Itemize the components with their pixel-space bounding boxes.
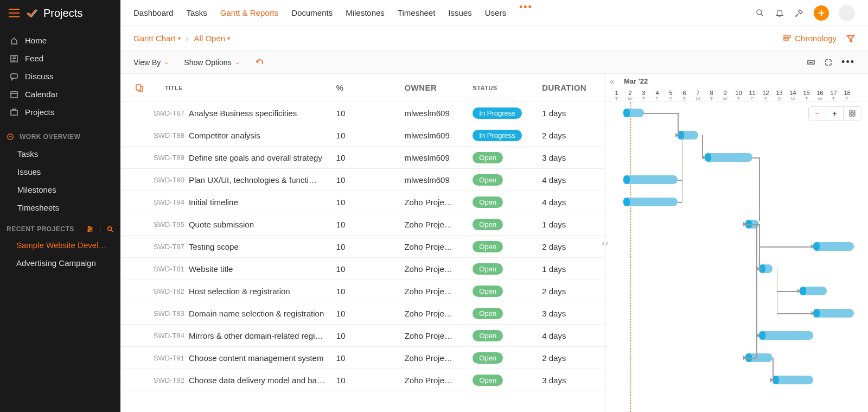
topnav-item[interactable]: Timesheet	[398, 2, 435, 24]
topnav-item[interactable]: Gantt & Reports	[220, 2, 279, 24]
crumb-all-open[interactable]: All Open ▾	[194, 34, 231, 43]
search-icon[interactable]	[106, 225, 114, 233]
status-badge: Open	[473, 174, 503, 186]
task-id: SWD-T87	[150, 109, 189, 117]
task-pct: 10	[330, 331, 398, 340]
task-duration: 1 days	[535, 220, 605, 229]
user-avatar[interactable]	[839, 5, 855, 21]
gantt-bar[interactable]	[813, 309, 854, 318]
task-title: Analyse Business specificities	[189, 109, 297, 118]
more-menu-icon[interactable]: •••	[841, 56, 855, 68]
table-row[interactable]: SWD-T91Choose content management system1…	[120, 347, 605, 369]
recent-project-item[interactable]: Sample Website Develo…	[0, 236, 120, 254]
nav-item-discuss[interactable]: Discuss	[0, 67, 120, 85]
work-item[interactable]: Tasks	[0, 145, 120, 163]
nav-item-feed[interactable]: Feed	[0, 49, 120, 67]
undo-icon[interactable]	[255, 58, 264, 67]
gantt-chart: ‹ › « Mar '22 1T2W3T4F5S6S7M8T9W10T11F12…	[605, 74, 868, 412]
status-badge: Open	[473, 241, 503, 252]
nav-item-projects[interactable]: Projects	[0, 103, 120, 121]
gantt-prev-icon[interactable]: «	[610, 77, 614, 86]
feed-icon	[10, 54, 18, 63]
gantt-bar[interactable]	[705, 153, 752, 162]
table-row[interactable]: SWD-T92Choose data delivery model and ba…	[120, 369, 605, 391]
table-row[interactable]: SWD-T82Host selection & registration10Zo…	[120, 280, 605, 302]
topnav-item[interactable]: Milestones	[346, 2, 385, 24]
task-id: SWD-T97	[150, 243, 189, 251]
gantt-bar[interactable]	[813, 242, 854, 251]
table-row[interactable]: SWD-T84Mirrors & other domain-related re…	[120, 325, 605, 347]
topnav-more-icon[interactable]: •••	[519, 2, 533, 24]
filter-icon[interactable]	[846, 34, 855, 43]
nav-item-calendar[interactable]: Calendar	[0, 85, 120, 103]
search-icon[interactable]	[755, 8, 765, 18]
task-grid: TITLE % OWNER STATUS DURATION SWD-T87Ana…	[120, 74, 605, 412]
fit-width-icon[interactable]	[807, 58, 815, 67]
show-options-dropdown[interactable]: Show Options⌄	[184, 58, 239, 67]
settings-sliders-icon[interactable]	[86, 225, 94, 233]
work-item[interactable]: Milestones	[0, 181, 120, 199]
add-button[interactable]	[814, 5, 829, 21]
gantt-bar[interactable]	[623, 175, 678, 184]
task-duration: 3 days	[535, 153, 605, 162]
task-pct: 10	[330, 264, 398, 274]
discuss-icon	[10, 72, 18, 81]
task-title: Host selection & registration	[189, 287, 290, 296]
gantt-month-label: Mar '22	[624, 77, 648, 85]
recent-project-item[interactable]: Advertising Campaign	[0, 254, 120, 272]
task-duration: 2 days	[535, 242, 605, 251]
work-overview-heading[interactable]: WORK OVERVIEW	[0, 126, 120, 145]
table-row[interactable]: SWD-T88Competitor analysis10mlweslm609In…	[120, 124, 605, 147]
task-pct: 10	[330, 242, 398, 251]
table-row[interactable]: SWD-T97Testing scope10Zoho Proje…Open2 d…	[120, 236, 605, 258]
task-id: SWD-T92	[150, 376, 189, 384]
table-row[interactable]: SWD-T81Website title10Zoho Proje…Open1 d…	[120, 258, 605, 280]
status-badge: Open	[473, 219, 503, 230]
table-row[interactable]: SWD-T83Domain name selection & registrat…	[120, 302, 605, 325]
expand-icon[interactable]	[824, 58, 833, 67]
gantt-day-header: 10T	[732, 90, 745, 102]
bell-icon[interactable]	[775, 8, 784, 18]
task-owner: Zoho Proje…	[398, 376, 467, 385]
nav-item-label: Projects	[25, 107, 54, 117]
gantt-bar[interactable]	[759, 331, 813, 340]
gantt-bar[interactable]	[623, 109, 644, 117]
svg-rect-2	[11, 92, 17, 98]
table-row[interactable]: SWD-T89Define site goals and overall str…	[120, 147, 605, 169]
work-item[interactable]: Issues	[0, 163, 120, 181]
task-id: SWD-T83	[150, 309, 189, 318]
svg-rect-1	[11, 74, 17, 78]
recent-projects-heading: RECENT PROJECTS	[7, 225, 74, 233]
topnav-item[interactable]: Documents	[291, 2, 333, 24]
task-id-column-icon[interactable]	[135, 84, 144, 92]
task-pct: 10	[330, 175, 398, 185]
table-row[interactable]: SWD-T90Plan UX/UI, technologies & functi…	[120, 169, 605, 191]
table-row[interactable]: SWD-T95Quote submission10Zoho Proje…Open…	[120, 213, 605, 236]
gantt-bar[interactable]	[623, 198, 678, 206]
nav-item-home[interactable]: Home	[0, 31, 120, 49]
gantt-row	[605, 213, 868, 236]
sidebar: Projects HomeFeedDiscussCalendarProjects…	[0, 0, 120, 412]
breadcrumb-bar: Gantt Chart ▾ › All Open ▾ Chronology	[120, 26, 868, 50]
crumb-gantt-chart[interactable]: Gantt Chart ▾	[133, 34, 181, 43]
table-row[interactable]: SWD-T87Analyse Business specificities10m…	[120, 102, 605, 124]
svg-point-7	[88, 230, 90, 232]
work-item[interactable]: Timesheets	[0, 199, 120, 217]
gantt-bar[interactable]	[773, 376, 813, 384]
topnav-item[interactable]: Issues	[448, 2, 471, 24]
svg-rect-13	[136, 85, 141, 90]
svg-point-5	[88, 226, 90, 228]
view-by-dropdown[interactable]: View By⌄	[133, 58, 169, 67]
task-owner: Zoho Proje…	[398, 220, 466, 229]
gantt-bar[interactable]	[800, 287, 827, 295]
task-title: Quote submission	[189, 220, 254, 229]
table-row[interactable]: SWD-T94Initial timeline10Zoho Proje…Open…	[120, 191, 605, 213]
gantt-bar[interactable]	[678, 131, 698, 140]
topnav-item[interactable]: Tasks	[186, 2, 207, 24]
chronology-button[interactable]: Chronology	[783, 34, 837, 43]
hamburger-menu-button[interactable]	[9, 9, 20, 17]
topnav-item[interactable]: Users	[485, 2, 506, 24]
tools-icon[interactable]	[794, 8, 804, 18]
grid-header: TITLE % OWNER STATUS DURATION	[120, 74, 605, 102]
topnav-item[interactable]: Dashboard	[133, 2, 173, 24]
